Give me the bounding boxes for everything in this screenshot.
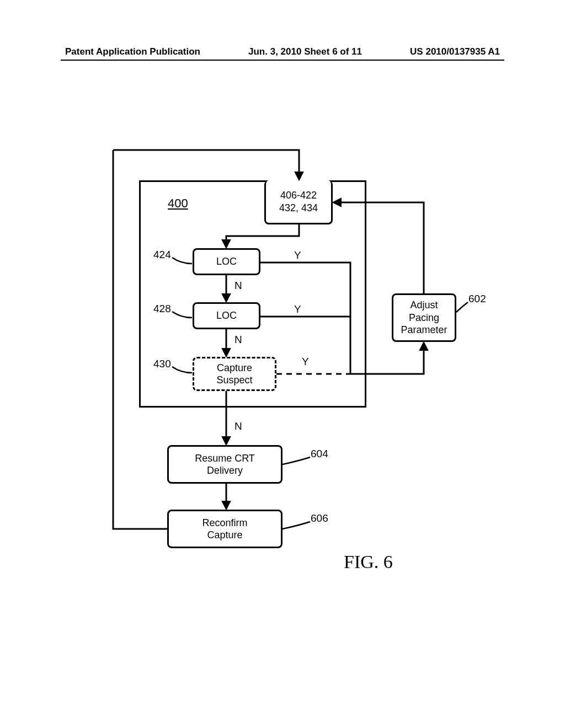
flow-arrows: [0, 0, 565, 728]
